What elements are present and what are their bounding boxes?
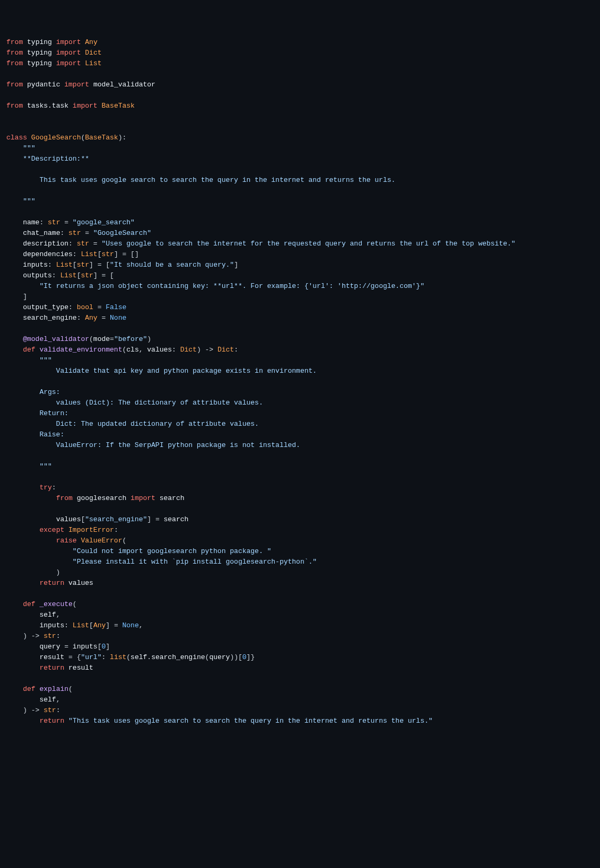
code-line xyxy=(6,673,594,684)
code-line xyxy=(6,323,594,334)
code-line: """ xyxy=(6,461,594,472)
token-op xyxy=(6,621,39,629)
token-op xyxy=(27,134,31,142)
token-op: : xyxy=(64,621,73,629)
token-param: inputs xyxy=(39,621,64,629)
token-cls: Any xyxy=(85,314,97,322)
token-str: "url" xyxy=(81,653,101,661)
token-op xyxy=(23,49,27,57)
token-kw: except xyxy=(39,526,64,534)
token-fn: _execute xyxy=(39,600,72,608)
token-str: **Description:** xyxy=(6,155,89,163)
token-op xyxy=(6,515,56,523)
code-line: ) xyxy=(6,567,594,578)
code-line: "Could not import googlesearch python pa… xyxy=(6,546,594,557)
token-param: values xyxy=(147,346,172,354)
token-op xyxy=(6,144,23,152)
code-line: Args: xyxy=(6,387,594,398)
code-line xyxy=(6,376,594,387)
token-kw: import xyxy=(56,59,81,67)
token-param: self xyxy=(39,611,56,619)
code-line: This task uses google search to search t… xyxy=(6,175,594,186)
token-mod: typing xyxy=(27,49,52,57)
token-op xyxy=(64,717,68,725)
token-cls: bool xyxy=(77,303,93,311)
code-line: """ xyxy=(6,355,594,366)
code-line: Dict: The updated dictionary of attribut… xyxy=(6,419,594,429)
token-kw: raise xyxy=(56,537,77,545)
token-op xyxy=(6,303,23,311)
token-op xyxy=(126,494,131,502)
token-mod: typing xyxy=(27,59,52,67)
token-mod: inputs xyxy=(23,261,48,269)
token-op xyxy=(23,81,27,89)
code-line xyxy=(6,90,594,101)
token-op xyxy=(6,664,39,672)
token-op xyxy=(6,250,23,258)
token-op xyxy=(6,643,39,651)
token-str: "google_search" xyxy=(73,218,135,226)
token-op: : xyxy=(56,706,60,714)
code-line xyxy=(6,207,594,217)
token-mod: result xyxy=(68,664,93,672)
token-cls: str xyxy=(77,261,89,269)
token-cls: Dict xyxy=(180,346,197,354)
token-op: = xyxy=(89,240,101,248)
code-line: inputs: List[str] = ["It should be a sea… xyxy=(6,260,594,270)
token-cls: BaseTask xyxy=(101,102,134,110)
code-line: try: xyxy=(6,483,594,493)
token-str: """ xyxy=(39,462,51,470)
token-kw: return xyxy=(39,664,64,672)
code-line: def explain( xyxy=(6,684,594,695)
code-line: result = {"url": list(self.search_engine… xyxy=(6,652,594,663)
token-op: ( xyxy=(126,653,131,661)
token-kw: return xyxy=(39,579,64,587)
code-line: from tasks.task import BaseTask xyxy=(6,101,594,111)
code-line xyxy=(6,589,594,599)
code-line: Raise: xyxy=(6,429,594,440)
code-line: """ xyxy=(6,143,594,154)
token-mod: values xyxy=(68,579,93,587)
token-op: ) xyxy=(147,335,151,343)
code-line: ) -> str: xyxy=(6,705,594,716)
token-op: ] xyxy=(106,643,110,651)
token-mod: chat_name xyxy=(23,229,60,237)
token-kw: import xyxy=(56,38,81,46)
token-op: ] xyxy=(6,293,27,301)
token-const: None xyxy=(110,314,126,322)
token-cls: Any xyxy=(93,621,106,629)
token-mod: description xyxy=(23,240,68,248)
token-op: : xyxy=(48,261,56,269)
token-num: 0 xyxy=(242,653,247,661)
token-op: = xyxy=(60,218,72,226)
token-cls: list xyxy=(110,653,126,661)
token-op: ( xyxy=(89,335,93,343)
token-op: ): xyxy=(118,134,127,142)
token-mod: tasks.task xyxy=(27,102,68,110)
token-mod: self xyxy=(131,653,147,661)
token-str: "It returns a json object containing key… xyxy=(39,282,424,290)
token-kw: import xyxy=(131,494,155,502)
token-cls: List xyxy=(60,271,76,279)
token-op: [ xyxy=(73,261,77,269)
code-line: def _execute( xyxy=(6,599,594,610)
token-param: mode xyxy=(93,335,110,343)
code-line: "Please install it with `pip install goo… xyxy=(6,557,594,567)
token-str: Raise: xyxy=(6,431,64,439)
token-op: ] = [ xyxy=(89,261,110,269)
token-op xyxy=(6,197,23,205)
token-op xyxy=(6,717,39,725)
code-line: from typing import Dict xyxy=(6,48,594,58)
token-cls: str xyxy=(44,632,56,640)
token-op: , xyxy=(139,621,143,629)
token-str: This task uses google search to search t… xyxy=(6,176,395,184)
token-op: = { xyxy=(64,653,81,661)
token-kw: def xyxy=(23,685,35,693)
token-op: : xyxy=(56,632,60,640)
code-line: return "This task uses google search to … xyxy=(6,716,594,726)
token-op xyxy=(6,314,23,322)
code-line: class GoogleSearch(BaseTask): xyxy=(6,133,594,143)
code-line: from typing import List xyxy=(6,58,594,69)
token-op: ))[ xyxy=(230,653,242,661)
token-op xyxy=(6,696,39,704)
